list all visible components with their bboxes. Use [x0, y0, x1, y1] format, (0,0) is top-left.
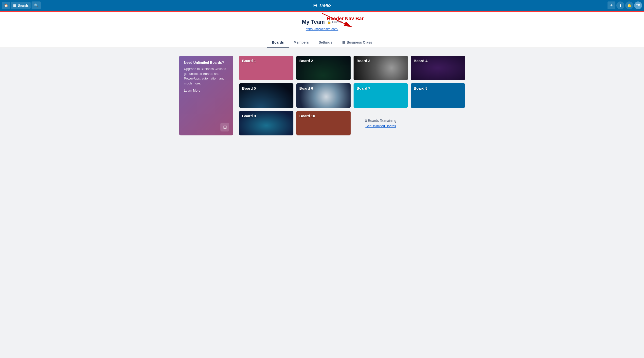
header-right-section: + ℹ 🔔 TR	[608, 1, 642, 9]
boards-section: Board 1 Board 2 Board 3 Board 4 Board 5 …	[239, 56, 465, 135]
privacy-label: Private	[332, 20, 342, 24]
boards-button[interactable]: ▦ Boards	[11, 2, 30, 9]
get-unlimited-boards-link[interactable]: Get Unlimited Boards	[366, 124, 396, 128]
add-button[interactable]: +	[608, 1, 616, 9]
tab-boards-label: Boards	[272, 40, 284, 44]
board-card-5[interactable]: Board 5	[239, 83, 294, 108]
home-icon: 🏠	[4, 3, 8, 7]
home-button[interactable]: 🏠	[2, 2, 10, 9]
tab-settings-label: Settings	[318, 40, 332, 44]
team-url-link[interactable]: https://mywebsite.com/	[306, 27, 338, 31]
bell-icon: 🔔	[627, 3, 632, 7]
info-icon: ℹ	[620, 3, 621, 7]
board-card-3[interactable]: Board 3	[354, 56, 408, 80]
search-button[interactable]: 🔍	[32, 1, 41, 9]
privacy-badge: 🔒 Private	[327, 20, 342, 24]
search-icon: 🔍	[34, 3, 38, 7]
boards-grid: Board 1 Board 2 Board 3 Board 4 Board 5 …	[239, 56, 465, 135]
board-card-1[interactable]: Board 1	[239, 56, 294, 80]
boards-nav-icon: ▦	[13, 3, 16, 7]
boards-remaining-cell: 0 Boards Remaining Get Unlimited Boards	[354, 111, 408, 135]
board-label-2: Board 2	[299, 59, 313, 63]
tab-members-label: Members	[294, 40, 309, 44]
tab-members[interactable]: Members	[289, 38, 314, 47]
board-card-7[interactable]: Board 7	[354, 83, 408, 108]
promo-description: Upgrade to Business Class to get unlimit…	[184, 66, 228, 86]
user-avatar-button[interactable]: TR	[634, 1, 642, 9]
main-content: Need Unlimited Boards? Upgrade to Busine…	[174, 48, 470, 143]
boards-nav-label: Boards	[18, 3, 28, 7]
board-label-3: Board 3	[356, 59, 370, 63]
team-tabs: Boards Members Settings ⊟ Business Class	[0, 38, 644, 47]
team-header: My Team 🔒 Private https://mywebsite.com/…	[0, 11, 644, 48]
board-label-6: Board 6	[299, 86, 313, 90]
tab-settings[interactable]: Settings	[314, 38, 337, 47]
tab-business-class-label: Business Class	[347, 40, 372, 44]
tab-business-class[interactable]: ⊟ Business Class	[337, 38, 377, 47]
team-info: My Team 🔒 Private https://mywebsite.com/	[0, 17, 644, 35]
learn-more-link[interactable]: Learn More	[184, 89, 228, 92]
board-card-10[interactable]: Board 10	[296, 111, 350, 135]
avatar-label: TR	[636, 4, 640, 7]
info-button[interactable]: ℹ	[616, 1, 624, 9]
trello-logo-text: Trello	[319, 3, 331, 8]
promo-card: Need Unlimited Boards? Upgrade to Busine…	[179, 56, 233, 135]
board-label-10: Board 10	[299, 114, 315, 118]
board-label-4: Board 4	[414, 59, 428, 63]
board-card-6[interactable]: Board 6	[296, 83, 350, 108]
lock-icon: 🔒	[327, 20, 331, 24]
promo-title: Need Unlimited Boards?	[184, 61, 228, 64]
header-nav-bar: 🏠 ▦ Boards 🔍 ⊟ Trello + ℹ 🔔 TR	[0, 0, 644, 11]
board-card-4[interactable]: Board 4	[411, 56, 465, 80]
header-left-section: 🏠 ▦ Boards 🔍	[2, 1, 41, 9]
board-label-1: Board 1	[242, 59, 256, 63]
board-label-9: Board 9	[242, 114, 256, 118]
tab-boards[interactable]: Boards	[267, 38, 289, 47]
board-label-8: Board 8	[414, 86, 428, 90]
business-class-icon: ⊟	[342, 40, 345, 44]
notification-button[interactable]: 🔔	[625, 1, 633, 9]
team-name: My Team	[302, 19, 325, 25]
board-card-2[interactable]: Board 2	[296, 56, 350, 80]
board-card-9[interactable]: Board 9	[239, 111, 294, 135]
board-label-7: Board 7	[356, 86, 370, 90]
board-label-5: Board 5	[242, 86, 256, 90]
remaining-count: 0 Boards Remaining	[365, 119, 396, 123]
header-logo: ⊟ Trello	[313, 2, 331, 8]
promo-trello-icon: ⊟	[220, 123, 229, 132]
board-card-8[interactable]: Board 8	[411, 83, 465, 108]
trello-logo-icon: ⊟	[313, 2, 317, 8]
add-icon: +	[610, 3, 613, 8]
